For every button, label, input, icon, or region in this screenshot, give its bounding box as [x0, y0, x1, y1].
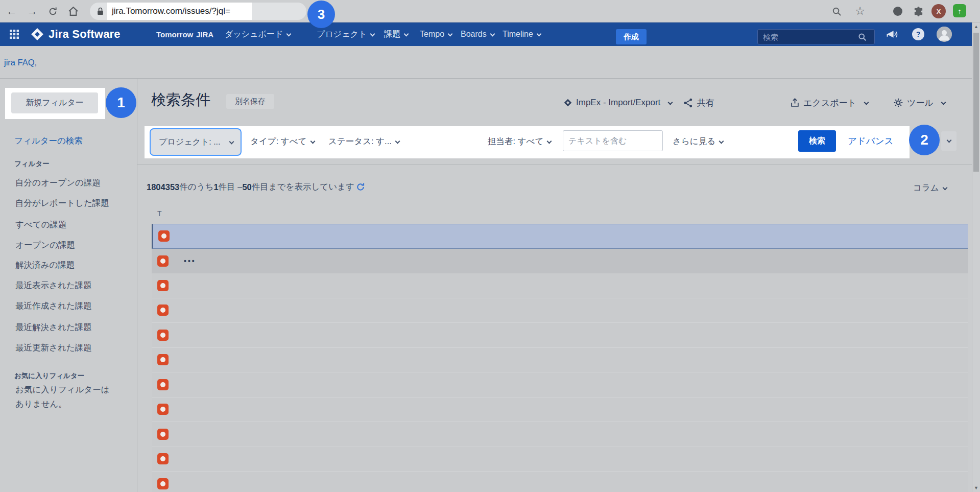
chevron-down-icon — [946, 138, 951, 143]
scroll-up-icon[interactable]: ▲ — [972, 22, 980, 31]
type-filter-dropdown[interactable]: タイプ: すべて — [250, 136, 315, 147]
issue-row[interactable] — [152, 397, 968, 423]
task-type-icon — [157, 478, 169, 489]
sidebar-item-open-issues[interactable]: オープンの課題 — [15, 240, 75, 251]
browser-account-avatar[interactable]: X — [931, 4, 946, 18]
filters-section-header: フィルター — [14, 159, 50, 169]
issue-row[interactable]: ••• — [152, 249, 968, 274]
columns-dropdown[interactable]: コラム — [913, 182, 947, 194]
advanced-search-link[interactable]: アドバンス — [848, 135, 894, 147]
favorites-section-header: お気に入りフィルター — [14, 371, 84, 381]
issue-row[interactable] — [152, 422, 968, 447]
issue-row[interactable] — [152, 372, 968, 397]
chevron-down-icon — [286, 31, 292, 36]
share-button[interactable]: 共有 — [683, 96, 714, 109]
save-as-button[interactable]: 別名保存 — [226, 94, 274, 109]
chevron-down-icon — [942, 185, 947, 190]
chevron-down-icon — [310, 138, 315, 144]
impex-menu[interactable]: ImpEx - Import/Export — [564, 96, 672, 109]
sidebar-item-my-open-issues[interactable]: 自分のオープンの課題 — [15, 177, 101, 189]
more-criteria-dropdown[interactable]: さらに見る — [673, 136, 723, 147]
issue-row[interactable] — [152, 348, 968, 373]
search-button[interactable]: 検索 — [798, 130, 836, 152]
issue-row[interactable] — [152, 298, 968, 323]
favorites-empty-text-line2: ありません。 — [15, 399, 67, 410]
tools-menu[interactable]: ツール — [894, 96, 945, 109]
annotation-badge-3: 3 — [307, 1, 335, 28]
gear-icon — [894, 98, 903, 107]
jira-faq-link[interactable]: jira FAQ, — [4, 58, 37, 67]
jira-logo[interactable]: Jira Software — [31, 22, 121, 46]
browser-profile-circle-icon[interactable] — [891, 4, 905, 18]
nav-menu-dashboards[interactable]: ダッシュボード — [225, 22, 291, 46]
nav-context-jira: JIRA — [196, 22, 213, 46]
app-switcher-grid-icon[interactable] — [9, 22, 19, 46]
sidebar-item-all-issues[interactable]: すべての課題 — [15, 219, 67, 230]
user-avatar[interactable] — [937, 27, 952, 42]
export-menu[interactable]: エクスポート — [791, 96, 868, 109]
search-icon[interactable] — [858, 33, 867, 41]
task-type-icon — [157, 379, 169, 390]
chevron-down-icon — [719, 138, 724, 144]
url-text[interactable]: jira.Tomorrow.com/issues/?jql= — [112, 3, 230, 20]
chevron-down-icon — [395, 138, 400, 144]
sidebar-item-recently-viewed[interactable]: 最近表示された課題 — [15, 280, 92, 291]
sidebar-item-recently-created[interactable]: 最近作成された課題 — [15, 300, 92, 312]
export-icon — [791, 98, 799, 107]
task-type-icon — [157, 429, 169, 440]
task-type-icon — [157, 330, 169, 341]
help-icon[interactable]: ? — [912, 28, 924, 40]
nav-search-input[interactable] — [757, 29, 875, 44]
browser-refresh-icon[interactable] — [45, 4, 60, 18]
nav-menu-timeline[interactable]: Timeline — [503, 22, 541, 46]
create-button[interactable]: 作成 — [616, 29, 647, 44]
sidebar-item-recently-updated[interactable]: 最近更新された課題 — [15, 342, 92, 354]
contains-text-input[interactable] — [563, 130, 663, 151]
chevron-down-icon — [490, 31, 495, 36]
issue-row[interactable] — [152, 323, 968, 348]
task-type-icon — [157, 404, 169, 415]
assignee-filter-dropdown[interactable]: 担当者: すべて — [488, 136, 551, 147]
chevron-down-icon — [448, 31, 453, 36]
sidebar-item-recently-resolved[interactable]: 最近解決された課題 — [15, 322, 92, 333]
favorites-empty-text-line1: お気に入りフィルターは — [15, 384, 110, 395]
share-icon — [683, 98, 693, 108]
status-filter-dropdown[interactable]: ステータス: す... — [328, 136, 399, 147]
page-scrollbar[interactable]: ▲ ▼ — [972, 22, 980, 492]
chevron-down-icon — [547, 138, 552, 144]
scroll-down-icon[interactable]: ▼ — [972, 484, 980, 492]
project-filter-dropdown[interactable]: プロジェクト: ... — [150, 128, 242, 156]
issue-row-selected[interactable] — [152, 224, 968, 249]
nav-menu-issues[interactable]: 課題 — [384, 22, 408, 46]
jira-logo-diamond-icon — [31, 28, 44, 41]
new-filter-button[interactable]: 新規フィルター — [11, 92, 98, 113]
find-filters-link[interactable]: フィルターの検索 — [14, 135, 83, 147]
issue-row[interactable] — [152, 472, 968, 492]
sidebar-item-resolved-issues[interactable]: 解決済みの課題 — [15, 260, 75, 271]
browser-update-icon[interactable]: ↑ — [953, 4, 966, 17]
refresh-results-icon[interactable] — [356, 182, 365, 192]
nav-menu-tempo[interactable]: Tempo — [420, 22, 452, 46]
collapse-filter-chevron[interactable] — [941, 131, 957, 151]
megaphone-icon[interactable] — [887, 22, 898, 46]
bookmark-star-icon[interactable]: ☆ — [853, 4, 867, 18]
sidebar-item-reported-by-me[interactable]: 自分がレポートした課題 — [15, 198, 109, 209]
chevron-down-icon — [370, 31, 375, 36]
row-ellipsis: ••• — [184, 257, 196, 265]
browser-home-icon[interactable] — [65, 4, 81, 18]
browser-zoom-icon[interactable] — [829, 4, 844, 18]
issue-row[interactable] — [152, 447, 968, 472]
task-type-icon — [157, 280, 169, 291]
task-type-icon — [157, 255, 169, 267]
issue-row[interactable] — [152, 273, 968, 298]
browser-forward-icon[interactable]: → — [25, 4, 40, 18]
type-column-header[interactable]: T — [157, 209, 162, 218]
chevron-down-icon — [668, 100, 673, 105]
task-type-icon — [157, 304, 169, 316]
lock-icon — [97, 7, 104, 15]
task-type-icon — [157, 453, 169, 464]
extensions-puzzle-icon[interactable] — [911, 4, 925, 18]
nav-menu-boards[interactable]: Boards — [461, 22, 494, 46]
scrollbar-thumb[interactable] — [973, 33, 979, 172]
browser-back-icon[interactable]: ← — [4, 4, 19, 18]
